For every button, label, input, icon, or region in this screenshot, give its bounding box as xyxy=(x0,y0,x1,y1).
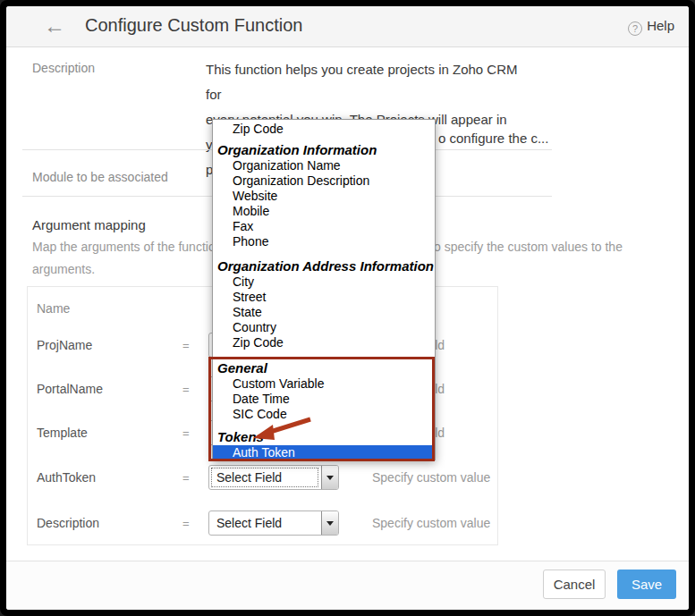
dropdown-item[interactable]: Zip Code xyxy=(213,122,435,137)
field-select[interactable]: Select Field xyxy=(208,511,339,536)
dropdown-item[interactable]: Custom Variable xyxy=(213,376,435,392)
specify-custom-value-link[interactable]: Specify custom value xyxy=(372,516,490,530)
column-header-name: Name xyxy=(37,301,70,316)
dropdown-group-header: Tokens xyxy=(213,428,435,445)
configure-custom-function-dialog: ← Configure Custom Function ?Help Descri… xyxy=(6,6,689,610)
dialog-header: ← Configure Custom Function ?Help xyxy=(6,6,689,47)
save-button[interactable]: Save xyxy=(617,570,676,599)
dialog-footer: Cancel Save xyxy=(6,561,689,610)
module-label: Module to be associated xyxy=(32,170,168,184)
field-select-value: Select Field xyxy=(216,470,282,485)
chevron-down-icon xyxy=(321,511,338,535)
back-arrow-icon[interactable]: ← xyxy=(44,13,65,38)
dropdown-item[interactable]: Mobile xyxy=(213,204,435,219)
help-label: Help xyxy=(647,18,674,33)
argument-name: Template xyxy=(37,426,88,440)
page-title: Configure Custom Function xyxy=(85,15,302,36)
dropdown-item[interactable]: Organization Description xyxy=(213,173,435,189)
argument-mapping-title: Argument mapping xyxy=(32,217,146,232)
dropdown-group-header: Organization Address Information xyxy=(213,257,435,274)
screenshot-frame: ← Configure Custom Function ?Help Descri… xyxy=(0,0,695,616)
dropdown-item[interactable]: Phone xyxy=(213,234,435,249)
dropdown-item[interactable]: Date Time xyxy=(213,392,435,407)
equals-sign: = xyxy=(182,517,190,530)
dropdown-item[interactable]: Street xyxy=(213,290,435,305)
dropdown-item[interactable]: Organization Name xyxy=(213,158,435,173)
dropdown-item[interactable]: Website xyxy=(213,189,435,204)
equals-sign: = xyxy=(182,471,190,485)
dropdown-item[interactable]: Country xyxy=(213,320,435,335)
description-line: This function helps you create projects … xyxy=(206,57,523,107)
cancel-button[interactable]: Cancel xyxy=(543,570,606,599)
field-select-authtoken[interactable]: Select Field xyxy=(208,465,339,490)
field-select-dropdown-list: Zip Code Organization Information Organi… xyxy=(212,119,436,460)
equals-sign: = xyxy=(182,339,190,352)
argument-name: Description xyxy=(37,516,99,530)
equals-sign: = xyxy=(182,383,190,396)
argument-mapping-subtitle-line2: arguments. xyxy=(32,262,95,276)
chevron-down-icon xyxy=(321,466,338,489)
question-circle-icon: ? xyxy=(628,21,642,36)
dropdown-item[interactable]: Fax xyxy=(213,219,435,234)
dropdown-item[interactable]: SIC Code xyxy=(213,407,435,422)
dropdown-item[interactable]: City xyxy=(213,274,435,290)
field-select-value: Select Field xyxy=(216,516,282,530)
help-button[interactable]: ?Help xyxy=(628,18,674,36)
specify-custom-value-link[interactable]: Specify custom value xyxy=(372,470,490,485)
argument-name: AuthToken xyxy=(37,470,96,485)
equals-sign: = xyxy=(182,426,190,440)
argument-name: PortalName xyxy=(37,382,103,396)
dropdown-item[interactable]: State xyxy=(213,305,435,320)
dropdown-group-header: Organization Information xyxy=(213,141,435,158)
dropdown-item-auth-token-selected[interactable]: Auth Token xyxy=(213,445,435,460)
argument-name: ProjName xyxy=(37,338,92,352)
description-label: Description xyxy=(32,61,95,75)
dropdown-item[interactable]: Zip Code xyxy=(213,335,435,350)
dropdown-group-header: General xyxy=(213,359,435,376)
configure-note-fragment: o configure the c... xyxy=(438,131,548,146)
